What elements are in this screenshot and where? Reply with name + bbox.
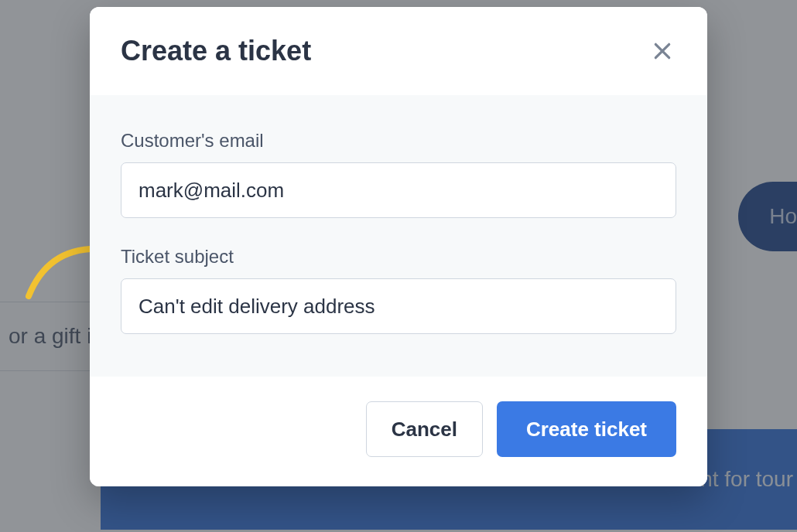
- email-form-group: Customer's email: [121, 130, 676, 218]
- cancel-button[interactable]: Cancel: [366, 401, 483, 457]
- create-ticket-modal: Create a ticket Customer's email Ticket …: [90, 7, 707, 486]
- email-label: Customer's email: [121, 130, 676, 152]
- create-ticket-button[interactable]: Create ticket: [497, 401, 676, 457]
- close-icon: [652, 41, 672, 61]
- modal-title: Create a ticket: [121, 35, 311, 67]
- subject-form-group: Ticket subject: [121, 246, 676, 334]
- close-button[interactable]: [648, 37, 676, 65]
- customer-email-input[interactable]: [121, 162, 676, 218]
- modal-footer: Cancel Create ticket: [90, 377, 707, 486]
- modal-body: Customer's email Ticket subject: [90, 95, 707, 377]
- ticket-subject-input[interactable]: [121, 278, 676, 334]
- modal-header: Create a ticket: [90, 7, 707, 95]
- subject-label: Ticket subject: [121, 246, 676, 268]
